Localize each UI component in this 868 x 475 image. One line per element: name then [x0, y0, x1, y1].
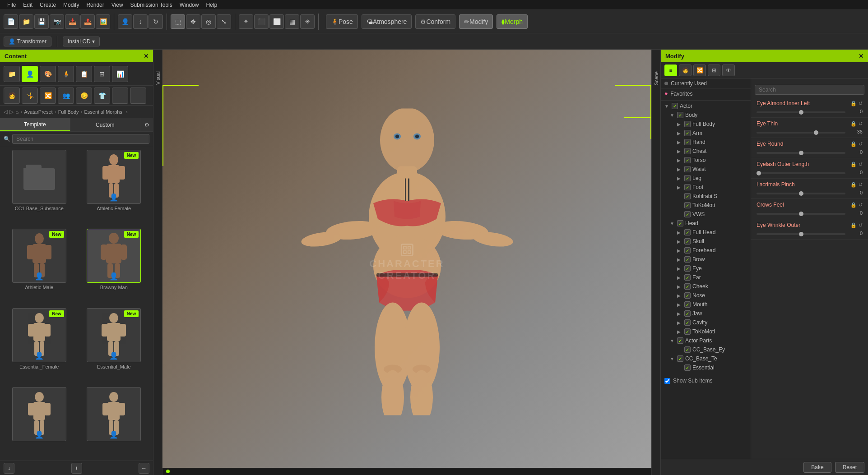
content-item-essential-male[interactable]: New 👤 Essential_Male	[79, 308, 150, 383]
content-thumb-8[interactable]: 👤	[87, 387, 141, 441]
tokomot1-check[interactable]	[684, 202, 691, 208]
open-file-btn[interactable]: 📁	[19, 14, 33, 29]
tree-hand[interactable]: ▶ Hand	[661, 138, 751, 147]
tree-tokomot2[interactable]: ▶ ToKoMoti	[661, 327, 751, 336]
shirt-icon-btn[interactable]: 👕	[94, 88, 110, 104]
tree-arm[interactable]: ▶ Arm	[661, 129, 751, 138]
empty-icon-btn[interactable]	[112, 88, 128, 104]
tree-foot[interactable]: ▶ Foot	[661, 183, 751, 192]
content-thumb-7[interactable]: 👤	[12, 387, 66, 441]
breadcrumb-more[interactable]: ›	[126, 109, 128, 115]
currently-used-item[interactable]: Currently Used	[661, 78, 751, 89]
menu-submission-tools[interactable]: Submission Tools	[127, 2, 176, 8]
template-tab[interactable]: Template	[0, 118, 70, 131]
slider-eye-thin-input[interactable]	[757, 132, 845, 134]
menu-window[interactable]: Window	[176, 2, 203, 8]
screenshot-btn[interactable]: 📷	[50, 14, 64, 29]
morph-icon-btn[interactable]: 🔀	[40, 88, 56, 104]
tree-leg[interactable]: ▶ Leg	[661, 174, 751, 183]
snap-btn[interactable]: ✳	[300, 14, 315, 29]
eye-check[interactable]	[684, 265, 691, 272]
tree-body[interactable]: ▼ Body	[661, 111, 751, 120]
leg-check[interactable]	[684, 175, 691, 181]
pose-btn[interactable]: 🧍 Pose	[326, 14, 358, 29]
slider-lacrimals-input[interactable]	[757, 193, 845, 194]
bake-btn[interactable]: Bake	[803, 462, 831, 473]
reset-icon-6[interactable]: ↺	[859, 202, 863, 208]
tree-head[interactable]: ▼ Head	[661, 219, 751, 228]
mirror-btn[interactable]: ⬜	[269, 14, 284, 29]
skull-check[interactable]	[684, 238, 691, 244]
cavity-check[interactable]	[684, 319, 691, 326]
panel-down-btn[interactable]: ↓	[4, 463, 14, 474]
kohlrabi-check[interactable]	[684, 193, 691, 199]
menu-file[interactable]: File	[4, 2, 19, 8]
content-thumb-athletic-female[interactable]: New 👤	[87, 150, 141, 204]
face-icon-btn[interactable]: 😊	[76, 88, 92, 104]
forehead-check[interactable]	[684, 247, 691, 254]
content-thumb-cc1base[interactable]	[12, 150, 66, 204]
menu-render[interactable]: Render	[83, 2, 107, 8]
modify-btn[interactable]: ✏ Modify	[459, 14, 493, 29]
nose-check[interactable]	[684, 292, 691, 299]
tree-cc-base-te[interactable]: ▼ CC_Base_Te	[661, 354, 751, 363]
render-btn[interactable]: 🖼️	[96, 14, 110, 29]
slider-eyelash-input[interactable]	[757, 172, 845, 174]
panel-add-btn[interactable]: +	[71, 463, 82, 474]
content-item-essential-female[interactable]: New 👤 Essential_Female	[4, 308, 75, 383]
head-check[interactable]	[677, 220, 683, 226]
instalom-btn[interactable]: InstaLOD ▾	[63, 37, 100, 46]
cc-eye-check[interactable]	[684, 346, 691, 353]
actor-parts-check[interactable]	[677, 337, 683, 344]
slider-eye-almond-input[interactable]	[757, 111, 845, 113]
tokomot2-check[interactable]	[684, 328, 691, 335]
lock-icon-4[interactable]: 🔒	[850, 161, 857, 167]
rotate-mode-btn[interactable]: ◎	[201, 14, 216, 29]
full-body-check[interactable]	[684, 121, 691, 127]
torso-check[interactable]	[684, 157, 691, 163]
user-icon-btn[interactable]: 👥	[58, 88, 74, 104]
reset-icon-4[interactable]: ↺	[859, 161, 863, 167]
breadcrumb-fullbody[interactable]: Full Body	[58, 109, 79, 115]
tree-skull[interactable]: ▶ Skull	[661, 237, 751, 246]
move-mode-btn[interactable]: ✥	[186, 14, 200, 29]
show-sub-checkbox[interactable]	[664, 378, 670, 384]
save-btn[interactable]: 💾	[34, 14, 49, 29]
content-item-athletic-female[interactable]: New 👤 Athletic Female	[79, 150, 150, 225]
tree-brow[interactable]: ▶ Brow	[661, 255, 751, 264]
actor-check[interactable]	[672, 103, 678, 109]
content-panel-close[interactable]: ✕	[144, 53, 149, 60]
layers-icon-btn[interactable]: 📋	[76, 66, 92, 82]
morph-search-input[interactable]	[755, 85, 864, 95]
reset-btn[interactable]: Reset	[835, 462, 864, 473]
tree-tokomot1[interactable]: ToKoMoti	[661, 201, 751, 210]
back-btn[interactable]: ◁	[4, 109, 8, 115]
content-thumb-essential-male[interactable]: New 👤	[87, 308, 141, 362]
essential-check[interactable]	[684, 364, 691, 371]
tree-full-head[interactable]: ▶ Full Head	[661, 228, 751, 237]
tree-cavity[interactable]: ▶ Cavity	[661, 318, 751, 327]
export-btn[interactable]: 📤	[80, 14, 95, 29]
fwd-btn[interactable]: ▷	[9, 109, 14, 115]
brow-check[interactable]	[684, 256, 691, 263]
content-item-7[interactable]: 👤	[4, 387, 75, 457]
modify-tab-morph[interactable]: 🔀	[693, 65, 706, 76]
menu-create[interactable]: Create	[36, 2, 60, 8]
morph-btn[interactable]: ⧫ Morph	[497, 14, 528, 29]
content-item-brawny-man[interactable]: New 👤 Brawny Man	[79, 229, 150, 304]
brush-icon-btn[interactable]: 🎨	[40, 66, 56, 82]
custom-tab[interactable]: Custom	[70, 118, 141, 131]
jaw-check[interactable]	[684, 310, 691, 317]
person2-icon-btn[interactable]: 🧑	[4, 88, 20, 104]
slider-eye-wrinkle-input[interactable]	[757, 233, 845, 235]
cc-te-check[interactable]	[677, 355, 683, 362]
waist-check[interactable]	[684, 166, 691, 172]
lock-icon-6[interactable]: 🔒	[850, 202, 857, 208]
grid-icon-btn[interactable]: ⊞	[94, 66, 110, 82]
tree-ear[interactable]: ▶ Ear	[661, 273, 751, 282]
lock-icon-7[interactable]: 🔒	[850, 222, 857, 228]
content-search-input[interactable]	[12, 134, 149, 144]
align-btn[interactable]: ⌖	[239, 14, 253, 29]
foot-check[interactable]	[684, 184, 691, 190]
viewport[interactable]: CHARACTER CREATOR	[162, 50, 651, 475]
